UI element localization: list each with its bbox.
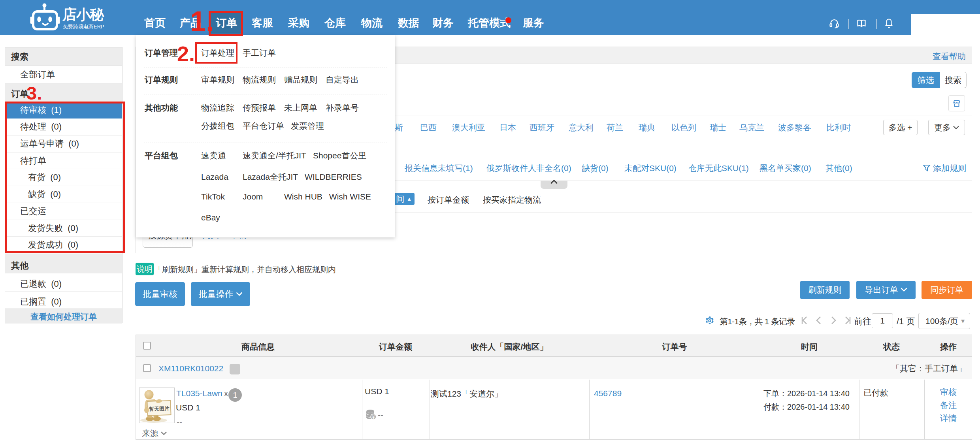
svg-text:暂无图片: 暂无图片 <box>149 406 170 412</box>
svg-text:¥: ¥ <box>372 415 375 420</box>
